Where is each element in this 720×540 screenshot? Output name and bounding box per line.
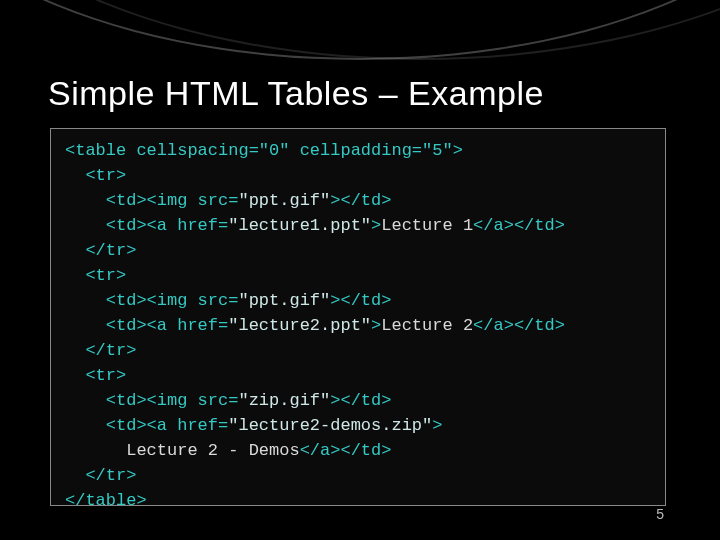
page-number: 5	[656, 506, 664, 522]
decorative-arc	[0, 0, 720, 60]
code-line: </tr>	[65, 241, 136, 260]
code-line: <td><a href=	[65, 216, 228, 235]
decorative-arc	[0, 0, 720, 60]
code-line: <tr>	[65, 266, 126, 285]
slide-title: Simple HTML Tables – Example	[48, 74, 544, 113]
code-line: <td><a href=	[65, 416, 228, 435]
code-line: <table cellspacing="0" cellpadding="5">	[65, 141, 463, 160]
code-content: <table cellspacing="0" cellpadding="5"> …	[65, 139, 651, 514]
code-line: <td><img src=	[65, 291, 238, 310]
code-line: <td><img src=	[65, 191, 238, 210]
code-line	[65, 441, 126, 460]
code-line: <tr>	[65, 366, 126, 385]
code-line: </tr>	[65, 466, 136, 485]
code-line: </table>	[65, 491, 147, 510]
code-line: <td><a href=	[65, 316, 228, 335]
code-line: </tr>	[65, 341, 136, 360]
code-line: <td><img src=	[65, 391, 238, 410]
code-block: <table cellspacing="0" cellpadding="5"> …	[50, 128, 666, 506]
code-line: <tr>	[65, 166, 126, 185]
